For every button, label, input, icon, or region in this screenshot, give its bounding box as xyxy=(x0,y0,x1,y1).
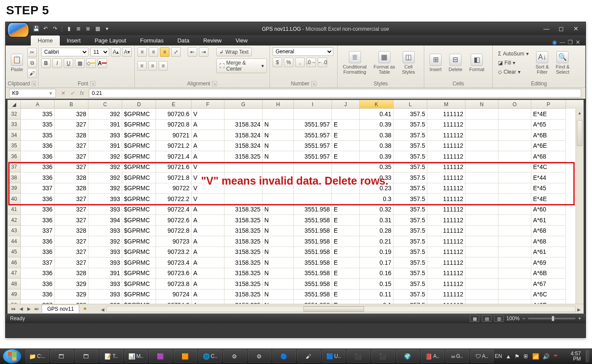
cell[interactable]: 392 xyxy=(88,151,122,162)
cell[interactable] xyxy=(465,247,498,258)
row-left-icon[interactable]: ≣ xyxy=(75,25,82,32)
cell[interactable]: 336 xyxy=(21,205,55,215)
cell[interactable]: N xyxy=(263,151,294,162)
cell[interactable]: 336 xyxy=(21,141,55,152)
cell[interactable]: 90721 xyxy=(156,130,192,141)
column-header[interactable]: E xyxy=(156,100,192,109)
column-header[interactable]: I xyxy=(294,100,332,109)
cell[interactable]: A xyxy=(192,279,224,289)
cell[interactable]: 0.16 xyxy=(360,268,394,279)
cell[interactable] xyxy=(465,172,498,183)
cell[interactable] xyxy=(498,151,531,162)
cell[interactable]: 3551.958 xyxy=(294,289,332,300)
cell[interactable]: 111112 xyxy=(427,215,465,226)
cell[interactable] xyxy=(224,109,263,120)
cell[interactable]: 3551.957 xyxy=(294,141,332,152)
row-header[interactable]: 37 xyxy=(8,162,21,173)
cell[interactable]: 0.28 xyxy=(360,226,394,237)
fill-button[interactable]: ◪ Fill ▾ xyxy=(495,59,531,67)
align-middle-icon[interactable]: ≡ xyxy=(149,47,158,57)
cell[interactable]: 393 xyxy=(88,289,122,300)
cell[interactable]: 336 xyxy=(21,268,55,279)
cell[interactable]: 3158.325 xyxy=(224,247,263,258)
cell[interactable]: E xyxy=(332,151,360,162)
cell[interactable]: 111112 xyxy=(427,257,465,268)
accounting-format-icon[interactable]: $ xyxy=(273,58,282,67)
taskbar-item[interactable]: ⚙ xyxy=(248,350,271,363)
zoom-level[interactable]: 100% xyxy=(506,315,520,322)
cell[interactable]: 392 xyxy=(88,236,122,247)
spreadsheet-grid[interactable]: ◢ ABCDEFGHIJKLMNOP 32335328392$GPRMC9072… xyxy=(7,100,584,314)
min-ribbon-icon[interactable]: — xyxy=(559,39,565,46)
cell[interactable]: 391 xyxy=(88,141,122,152)
vertical-scrollbar[interactable]: ▲ ▼ xyxy=(576,109,583,313)
cell[interactable]: V xyxy=(192,172,224,183)
cell[interactable]: 111112 xyxy=(427,247,465,258)
clear-button[interactable]: ◇ Clear ▾ xyxy=(495,68,531,76)
cell[interactable] xyxy=(498,130,531,141)
cell[interactable]: 90723 xyxy=(156,236,192,247)
undo-icon[interactable]: ↶ xyxy=(42,25,49,32)
cell[interactable]: 392 xyxy=(88,172,122,183)
cell[interactable]: A xyxy=(192,226,224,237)
cell[interactable] xyxy=(498,141,531,152)
column-header[interactable]: J xyxy=(332,100,360,109)
close-button[interactable]: ✕ xyxy=(570,25,582,32)
cell[interactable]: 357.5 xyxy=(394,120,427,130)
cell[interactable]: V xyxy=(192,109,224,120)
formula-input[interactable]: 0.21 xyxy=(89,89,581,98)
sort-filter-button[interactable]: A↓Sort & Filter xyxy=(533,47,552,78)
number-format-select[interactable]: General xyxy=(273,47,333,56)
format-cells-button[interactable]: ◧Format xyxy=(467,47,487,78)
cell[interactable]: 111112 xyxy=(427,109,465,120)
tray-clock[interactable]: 4:57 PM xyxy=(562,351,581,361)
cell[interactable] xyxy=(294,172,332,183)
cell[interactable] xyxy=(498,172,531,183)
cell[interactable] xyxy=(498,183,531,194)
cell[interactable]: 393 xyxy=(88,279,122,289)
cell[interactable] xyxy=(294,162,332,173)
cell[interactable]: 111112 xyxy=(427,141,465,152)
cell[interactable]: 335 xyxy=(21,120,55,130)
cell[interactable] xyxy=(465,194,498,205)
row-header[interactable]: 33 xyxy=(8,120,21,130)
hscroll-thumb[interactable] xyxy=(303,306,364,312)
cell[interactable]: E*4C xyxy=(531,162,566,173)
cell[interactable] xyxy=(498,289,531,300)
cell[interactable]: $GPRMC xyxy=(122,172,156,183)
cell[interactable]: E xyxy=(332,205,360,215)
cell[interactable]: A xyxy=(192,289,224,300)
scroll-left-icon[interactable]: ◀ xyxy=(99,306,107,313)
tray-network-icon[interactable]: ▲ xyxy=(505,353,511,360)
cell[interactable] xyxy=(263,162,294,173)
cell[interactable] xyxy=(294,183,332,194)
show-desktop-button[interactable] xyxy=(586,350,589,362)
cell[interactable]: 337 xyxy=(21,226,55,237)
taskbar-item[interactable]: 🔵 xyxy=(273,350,296,363)
cell[interactable]: 3158.325 xyxy=(224,215,263,226)
cell[interactable]: 392 xyxy=(88,162,122,173)
grow-font-icon[interactable]: A▴ xyxy=(111,47,120,57)
percent-format-icon[interactable]: % xyxy=(284,58,293,67)
cell[interactable]: 327 xyxy=(55,151,88,162)
cell[interactable] xyxy=(263,172,294,183)
cell[interactable]: 3158.325 xyxy=(224,257,263,268)
cell[interactable]: A xyxy=(192,141,224,152)
cell[interactable]: 90724 xyxy=(156,289,192,300)
dialog-launcher-icon[interactable]: ↘ xyxy=(90,81,95,86)
align-right-icon[interactable]: ≡ xyxy=(159,61,168,71)
sheet-tab[interactable]: GPS nov11 xyxy=(42,305,79,313)
cell[interactable]: 357.5 xyxy=(394,205,427,215)
column-header[interactable]: D xyxy=(122,100,156,109)
cell[interactable]: 357.5 xyxy=(394,226,427,237)
tab-insert[interactable]: Insert xyxy=(60,36,88,46)
row-header[interactable]: 43 xyxy=(8,226,21,237)
cell[interactable] xyxy=(294,194,332,205)
cell[interactable]: 328 xyxy=(55,226,88,237)
taskbar-item[interactable]: 🖌 xyxy=(297,350,321,363)
font-name-select[interactable]: Calibri xyxy=(41,48,88,56)
cell[interactable]: $GPRMC xyxy=(122,141,156,152)
cell[interactable]: 328 xyxy=(55,268,88,279)
row-header[interactable]: 47 xyxy=(8,268,21,279)
row-header[interactable]: 46 xyxy=(8,257,21,268)
